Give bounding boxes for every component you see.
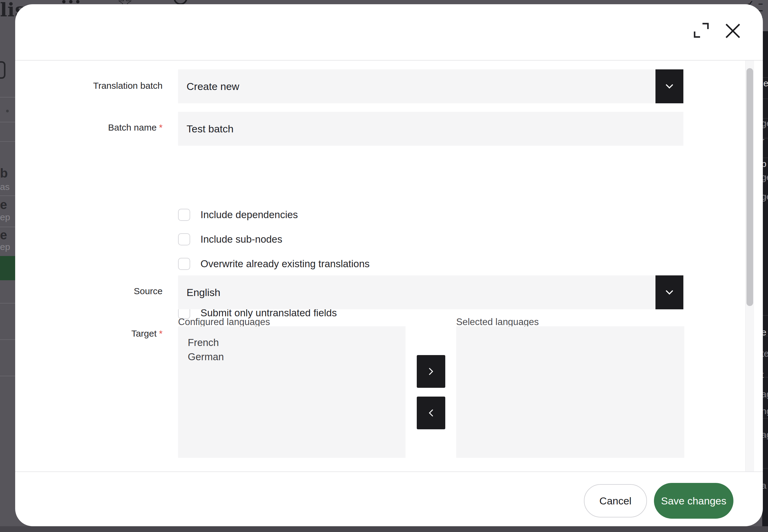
background-dot-fragment — [6, 110, 9, 112]
batch-name-value: Test batch — [178, 123, 234, 135]
checkbox-label: Include sub-nodes — [201, 234, 282, 245]
translation-batch-dropdown-button[interactable] — [656, 69, 683, 103]
scrollbar-track[interactable] — [745, 61, 754, 471]
background-text-fragment: ep — [0, 242, 10, 252]
translation-batch-select[interactable]: Create new — [178, 69, 683, 103]
background-text-fragment: ep — [0, 212, 10, 222]
checkbox[interactable] — [178, 233, 190, 245]
dialog-header — [15, 4, 763, 61]
background-selected-tree-item-fragment — [0, 256, 15, 280]
scrollbar-thumb[interactable] — [746, 68, 753, 306]
chevron-down-icon — [663, 286, 676, 298]
checkbox[interactable] — [178, 209, 190, 221]
required-asterisk: * — [159, 328, 162, 338]
translation-batch-dialog: Translation batch Create new Batch name*… — [15, 4, 763, 526]
dialog-footer: Cancel Save changes — [15, 471, 763, 526]
required-asterisk: * — [159, 122, 162, 132]
checkbox-label: Include dependencies — [201, 209, 298, 221]
configured-languages-list[interactable]: FrenchGerman — [178, 326, 406, 458]
source-value: English — [178, 287, 221, 298]
translation-batch-value: Create new — [178, 81, 239, 92]
background-text-fragment: as — [0, 182, 10, 192]
move-left-button[interactable] — [417, 397, 445, 429]
checkbox[interactable] — [178, 258, 190, 270]
language-list-item[interactable]: German — [188, 350, 406, 364]
background-bottom-strip — [0, 526, 768, 532]
checkbox-label: Overwrite already existing translations — [201, 258, 370, 270]
expand-icon[interactable] — [691, 20, 712, 41]
configured-languages-header: Configured languages — [178, 317, 270, 328]
background-right-panel — [762, 31, 768, 526]
background-button-fragment — [0, 61, 5, 79]
chevron-right-icon — [426, 366, 436, 377]
selected-languages-list[interactable] — [456, 326, 684, 458]
checkbox-row[interactable]: Overwrite already existing translations — [178, 258, 370, 270]
checkbox-row[interactable]: Include dependencies — [178, 209, 298, 221]
dialog-body: Translation batch Create new Batch name*… — [15, 61, 763, 471]
selected-languages-header: Selected languages — [456, 317, 539, 328]
source-select[interactable]: English — [178, 275, 683, 309]
background-text-fragment: e — [0, 228, 7, 242]
translation-batch-label: Translation batch — [15, 81, 162, 91]
checkbox-row[interactable]: Include sub-nodes — [178, 233, 282, 245]
batch-name-label: Batch name* — [15, 122, 162, 133]
language-list-item[interactable]: French — [188, 335, 406, 350]
target-label: Target* — [15, 328, 162, 339]
save-changes-button[interactable]: Save changes — [654, 483, 733, 519]
background-text-fragment: e — [0, 198, 7, 212]
background-text-fragment: b — [0, 166, 8, 181]
cancel-button[interactable]: Cancel — [584, 484, 647, 517]
close-icon[interactable] — [723, 21, 743, 41]
chevron-left-icon — [426, 407, 436, 418]
chevron-down-icon — [663, 80, 676, 92]
move-right-button[interactable] — [417, 355, 445, 388]
source-dropdown-button[interactable] — [656, 275, 683, 309]
batch-name-input[interactable]: Test batch — [178, 112, 683, 146]
source-label: Source — [15, 286, 162, 296]
grid-dots-icon — [62, 0, 79, 3]
